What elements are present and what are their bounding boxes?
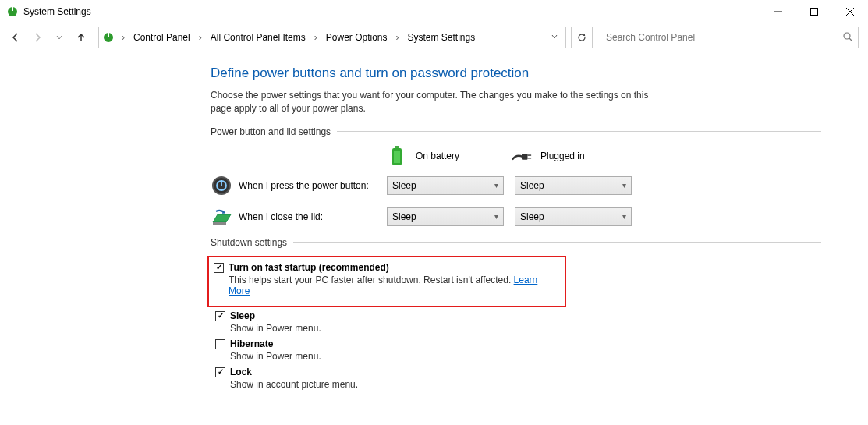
lock-checkbox[interactable] [215, 367, 225, 377]
plugged-in-column-header: Plugged in [511, 145, 636, 167]
sleep-label: Sleep [230, 310, 255, 321]
breadcrumb-control-panel[interactable]: Control Panel [132, 32, 192, 43]
chevron-down-icon[interactable] [547, 32, 562, 43]
chevron-down-icon: ▾ [622, 181, 626, 189]
plug-icon [511, 145, 533, 167]
chevron-down-icon: ▾ [622, 212, 626, 221]
power-button-section-header: Power button and lid settings [211, 126, 821, 137]
search-icon [842, 31, 853, 44]
search-input[interactable] [606, 32, 839, 43]
hibernate-desc: Show in Power menu. [230, 351, 821, 362]
chevron-right-icon: › [195, 32, 206, 43]
back-button[interactable] [6, 28, 25, 47]
power-button-battery-select[interactable]: Sleep▾ [387, 176, 504, 195]
svg-rect-10 [395, 146, 399, 148]
breadcrumb-all-items[interactable]: All Control Panel Items [209, 32, 307, 43]
chevron-right-icon: › [118, 32, 129, 43]
titlebar: System Settings [0, 0, 868, 23]
navigation-bar: › Control Panel › All Control Panel Item… [0, 23, 868, 51]
window-title: System Settings [23, 6, 91, 17]
on-battery-column-header: On battery [386, 145, 511, 167]
svg-rect-12 [394, 151, 400, 163]
lock-label: Lock [230, 367, 252, 377]
fast-startup-checkbox[interactable] [214, 263, 224, 273]
power-options-app-icon [6, 5, 19, 18]
sleep-checkbox[interactable] [215, 311, 225, 321]
svg-rect-3 [811, 9, 818, 16]
address-bar[interactable]: › Control Panel › All Control Panel Item… [98, 27, 566, 48]
chevron-down-icon: ▾ [494, 212, 498, 221]
power-button-plugged-select[interactable]: Sleep▾ [515, 176, 632, 195]
chevron-down-icon: ▾ [494, 181, 498, 189]
svg-rect-1 [12, 7, 13, 11]
lock-desc: Show in account picture menu. [230, 379, 821, 390]
page-description: Choose the power settings that you want … [211, 89, 663, 115]
shutdown-section-header: Shutdown settings [211, 237, 821, 248]
svg-rect-7 [108, 33, 109, 37]
breadcrumb-power-options[interactable]: Power Options [324, 32, 389, 43]
chevron-right-icon: › [391, 32, 402, 43]
up-button[interactable] [72, 28, 90, 47]
maximize-button[interactable] [796, 0, 832, 23]
battery-icon [386, 145, 408, 167]
refresh-button[interactable] [571, 27, 593, 48]
search-box[interactable] [601, 27, 859, 48]
hibernate-label: Hibernate [230, 338, 273, 349]
lid-row-label: When I close the lid: [239, 211, 387, 222]
fast-startup-desc: This helps start your PC faster after sh… [229, 274, 511, 285]
svg-point-8 [844, 33, 850, 39]
lid-battery-select[interactable]: Sleep▾ [387, 207, 504, 226]
sleep-desc: Show in Power menu. [230, 323, 821, 334]
power-button-row-label: When I press the power button: [239, 180, 387, 191]
fast-startup-highlight: Turn on fast startup (recommended) This … [207, 256, 566, 307]
forward-button[interactable] [28, 28, 47, 47]
recent-dropdown[interactable] [50, 28, 69, 47]
fast-startup-label: Turn on fast startup (recommended) [229, 262, 389, 273]
page-title: Define power buttons and turn on passwor… [211, 66, 821, 81]
chevron-right-icon: › [310, 32, 321, 43]
svg-line-9 [849, 38, 852, 41]
lid-plugged-select[interactable]: Sleep▾ [515, 207, 632, 226]
close-button[interactable] [832, 0, 868, 23]
hibernate-checkbox[interactable] [215, 339, 225, 349]
svg-rect-13 [522, 154, 527, 159]
power-button-icon [211, 175, 232, 197]
lid-icon [211, 206, 232, 228]
breadcrumb-system-settings[interactable]: System Settings [406, 32, 477, 43]
minimize-button[interactable] [760, 0, 796, 23]
power-options-icon [102, 31, 115, 44]
